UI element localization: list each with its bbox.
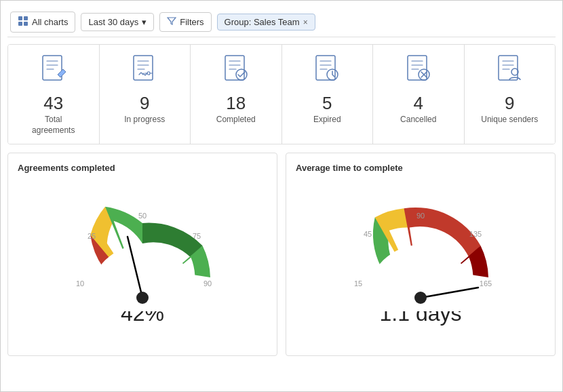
- all-charts-label: All charts: [32, 17, 68, 27]
- svg-text:50: 50: [138, 212, 147, 220]
- svg-rect-3: [24, 22, 28, 26]
- svg-rect-1: [24, 16, 28, 20]
- in-progress-label: In progress: [124, 115, 165, 125]
- stat-card-total-agreements: 43 Totalagreements: [8, 45, 100, 144]
- svg-rect-6: [225, 56, 244, 80]
- avg-time-complete-title: Average time to complete: [296, 163, 545, 173]
- completed-label: Completed: [216, 115, 256, 125]
- main-container: All charts Last 30 days ▾ Filters Group:…: [0, 0, 563, 392]
- total-agreements-icon: [40, 54, 67, 89]
- svg-rect-8: [316, 56, 335, 80]
- svg-text:25: 25: [88, 232, 96, 240]
- filters-button[interactable]: Filters: [159, 12, 211, 32]
- svg-rect-2: [18, 22, 22, 26]
- expired-label: Expired: [313, 115, 341, 125]
- stat-card-completed: 18 Completed: [191, 45, 282, 144]
- unique-senders-label: Unique senders: [481, 115, 538, 125]
- all-charts-button[interactable]: All charts: [10, 12, 75, 33]
- svg-text:135: 135: [469, 230, 482, 238]
- agreements-completed-panel: Agreements completed: [7, 153, 277, 356]
- charts-icon: [18, 16, 28, 28]
- agreements-completed-area: 10 25 50 75 90 42%: [18, 180, 267, 346]
- stat-card-in-progress: 9 In progress: [100, 45, 191, 144]
- charts-row: Agreements completed: [7, 153, 556, 356]
- avg-time-complete-gauge: 15 45 90 135 165: [332, 199, 509, 308]
- total-agreements-number: 43: [43, 94, 63, 112]
- group-tag-close[interactable]: ×: [303, 18, 308, 27]
- svg-rect-10: [408, 56, 427, 80]
- svg-rect-5: [134, 56, 153, 80]
- svg-text:75: 75: [193, 232, 201, 240]
- total-agreements-label: Totalagreements: [32, 115, 75, 136]
- filter-icon: [167, 16, 176, 28]
- gauge-svg-left: 10 25 50 75 90: [54, 199, 231, 311]
- svg-text:90: 90: [416, 212, 425, 220]
- svg-rect-12: [499, 56, 518, 80]
- group-tag: Group: Sales Team ×: [217, 14, 315, 31]
- svg-point-31: [414, 292, 427, 304]
- svg-text:10: 10: [76, 279, 84, 288]
- expired-icon: [313, 54, 341, 89]
- completed-icon: [222, 54, 250, 89]
- gauge-svg-right: 15 45 90 135 165: [332, 199, 509, 311]
- date-range-label: Last 30 days: [88, 17, 138, 27]
- toolbar: All charts Last 30 days ▾ Filters Group:…: [7, 7, 556, 37]
- stats-row: 43 Totalagreements 9 In progress: [7, 44, 556, 144]
- cancelled-icon: [405, 54, 432, 89]
- svg-text:15: 15: [354, 279, 362, 288]
- svg-rect-4: [43, 56, 62, 80]
- svg-text:90: 90: [203, 279, 212, 288]
- svg-point-22: [136, 292, 149, 304]
- cancelled-label: Cancelled: [400, 115, 436, 125]
- svg-text:165: 165: [480, 279, 492, 288]
- completed-number: 18: [226, 94, 246, 112]
- avg-time-complete-panel: Average time to complete: [286, 153, 556, 356]
- in-progress-number: 9: [140, 94, 149, 112]
- agreements-completed-title: Agreements completed: [18, 163, 267, 173]
- unique-senders-number: 9: [505, 94, 514, 112]
- agreements-completed-gauge: 10 25 50 75 90: [54, 199, 231, 308]
- stat-card-expired: 5 Expired: [282, 45, 374, 144]
- date-range-button[interactable]: Last 30 days ▾: [81, 13, 154, 31]
- unique-senders-icon: [496, 54, 523, 89]
- avg-time-complete-area: 15 45 90 135 165: [296, 180, 545, 346]
- stat-card-cancelled: 4 Cancelled: [373, 45, 465, 144]
- stat-card-unique-senders: 9 Unique senders: [465, 45, 556, 144]
- chevron-down-icon: ▾: [142, 17, 147, 27]
- expired-number: 5: [322, 94, 332, 112]
- in-progress-icon: [131, 54, 158, 89]
- svg-rect-0: [18, 16, 22, 20]
- group-tag-label: Group: Sales Team: [225, 17, 300, 27]
- cancelled-number: 4: [414, 94, 423, 112]
- svg-text:45: 45: [364, 230, 372, 238]
- filters-label: Filters: [180, 17, 203, 27]
